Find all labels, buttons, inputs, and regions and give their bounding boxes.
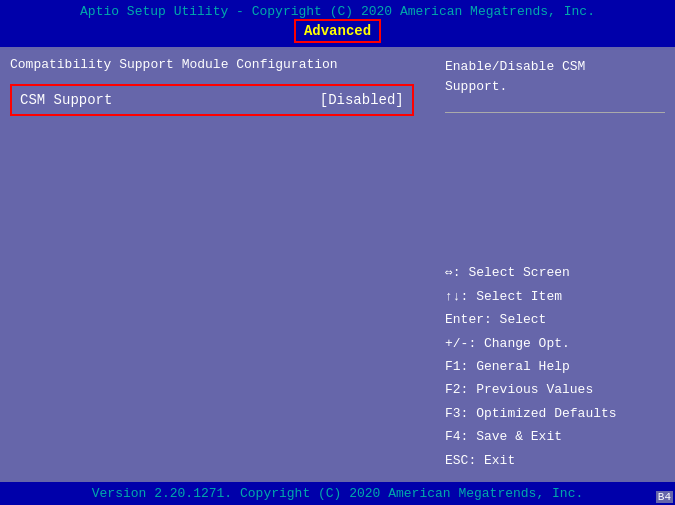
section-title: Compatibility Support Module Configurati… [10, 57, 435, 72]
footer-text: Version 2.20.1271. Copyright (C) 2020 Am… [92, 486, 583, 501]
key-help-line: F2: Previous Values [445, 378, 665, 401]
key-help: ⇔: Select Screen↑↓: Select ItemEnter: Se… [445, 261, 665, 472]
right-panel: Enable/Disable CSM Support. ⇔: Select Sc… [445, 57, 665, 472]
key-help-line: ⇔: Select Screen [445, 261, 665, 284]
key-help-line: Enter: Select [445, 308, 665, 331]
key-help-line: F1: General Help [445, 355, 665, 378]
csm-support-value: [Disabled] [320, 92, 404, 108]
nav-tab-advanced[interactable]: Advanced [294, 19, 381, 43]
key-help-line: ↑↓: Select Item [445, 285, 665, 308]
top-bar: Aptio Setup Utility - Copyright (C) 2020… [0, 0, 675, 47]
help-text: Enable/Disable CSM Support. [445, 57, 665, 96]
bottom-bar: Version 2.20.1271. Copyright (C) 2020 Am… [0, 482, 675, 505]
left-panel: Compatibility Support Module Configurati… [10, 57, 435, 472]
key-help-line: +/-: Change Opt. [445, 332, 665, 355]
corner-label: B4 [656, 491, 673, 503]
csm-support-label: CSM Support [20, 92, 112, 108]
csm-support-row[interactable]: CSM Support [Disabled] [10, 84, 414, 116]
header-title: Aptio Setup Utility - Copyright (C) 2020… [80, 4, 595, 19]
main-content: Compatibility Support Module Configurati… [0, 47, 675, 482]
key-help-line: F4: Save & Exit [445, 425, 665, 448]
key-help-line: F3: Optimized Defaults [445, 402, 665, 425]
divider [445, 112, 665, 113]
key-help-line: ESC: Exit [445, 449, 665, 472]
screen: Aptio Setup Utility - Copyright (C) 2020… [0, 0, 675, 505]
